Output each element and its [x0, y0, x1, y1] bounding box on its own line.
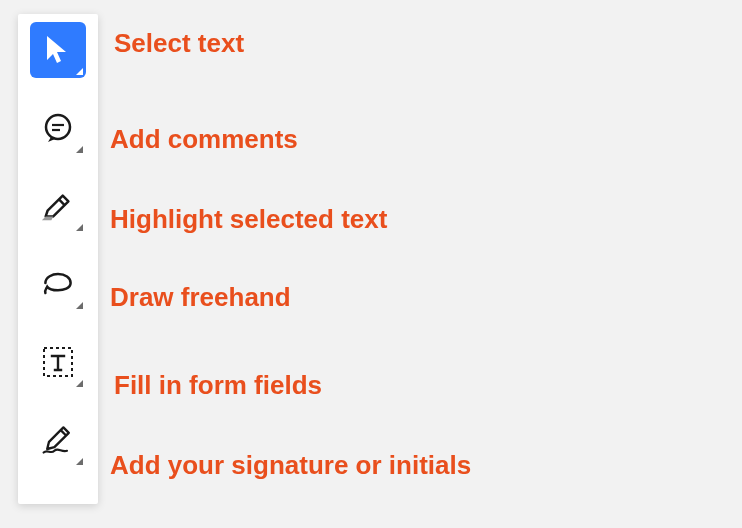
dropdown-indicator-icon	[76, 458, 83, 465]
add-comment-button[interactable]	[30, 100, 86, 156]
lasso-icon	[40, 266, 76, 302]
select-text-button[interactable]	[30, 22, 86, 78]
fill-form-button[interactable]	[30, 334, 86, 390]
draw-freehand-button[interactable]	[30, 256, 86, 312]
dropdown-indicator-icon	[76, 68, 83, 75]
fill-form-label: Fill in form fields	[114, 370, 322, 401]
annotation-toolbar	[18, 14, 98, 504]
comment-icon	[40, 110, 76, 146]
signature-icon	[40, 422, 76, 458]
dropdown-indicator-icon	[76, 302, 83, 309]
add-signature-label: Add your signature or initials	[110, 450, 471, 481]
highlighter-icon	[40, 188, 76, 224]
add-signature-button[interactable]	[30, 412, 86, 468]
select-text-label: Select text	[114, 28, 244, 59]
draw-freehand-label: Draw freehand	[110, 282, 291, 313]
cursor-icon	[40, 32, 76, 68]
highlight-text-button[interactable]	[30, 178, 86, 234]
svg-point-0	[46, 115, 70, 139]
highlight-label: Highlight selected text	[110, 204, 387, 235]
svg-line-3	[59, 199, 65, 205]
add-comments-label: Add comments	[110, 124, 298, 155]
text-field-icon	[40, 344, 76, 380]
dropdown-indicator-icon	[76, 146, 83, 153]
dropdown-indicator-icon	[76, 224, 83, 231]
dropdown-indicator-icon	[76, 380, 83, 387]
